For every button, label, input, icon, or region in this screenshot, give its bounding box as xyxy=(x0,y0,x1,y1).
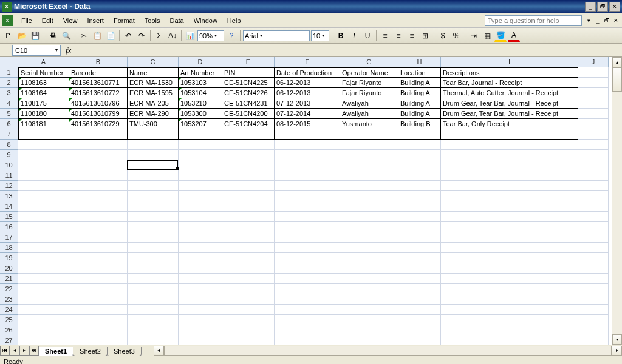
help-button[interactable]: ? xyxy=(225,30,238,42)
row-header-21[interactable]: 21 xyxy=(0,274,18,284)
cell-H18[interactable] xyxy=(398,243,441,253)
cell-E10[interactable] xyxy=(222,160,275,170)
cell-A16[interactable] xyxy=(18,222,69,232)
cell-D17[interactable] xyxy=(179,232,222,243)
cell-H24[interactable] xyxy=(398,305,441,315)
cell-G19[interactable] xyxy=(340,253,398,263)
cell-D8[interactable] xyxy=(179,140,222,150)
select-all-corner[interactable] xyxy=(0,57,18,67)
cell-H7[interactable] xyxy=(398,129,441,140)
cell-F9[interactable] xyxy=(275,150,340,160)
col-header-C[interactable]: C xyxy=(128,57,179,67)
menu-help[interactable]: Help xyxy=(222,15,246,26)
cell-A17[interactable] xyxy=(18,232,69,243)
cell-F25[interactable] xyxy=(275,315,340,325)
cell-I11[interactable] xyxy=(441,170,578,181)
cell-B1[interactable]: Barcode xyxy=(69,67,128,78)
cell-G6[interactable]: Yusmanto xyxy=(340,119,398,129)
cell-I20[interactable] xyxy=(441,263,578,274)
cell-F11[interactable] xyxy=(275,170,340,181)
cell-A12[interactable] xyxy=(18,181,69,191)
mdi-menu-arrow[interactable]: ▾ xyxy=(584,16,593,25)
row-header-1[interactable]: 1 xyxy=(0,67,18,78)
row-header-6[interactable]: 6 xyxy=(0,119,18,129)
tab-last-button[interactable]: ⏭ xyxy=(29,346,39,356)
cell-E1[interactable]: PIN xyxy=(222,67,275,78)
cell-A22[interactable] xyxy=(18,284,69,294)
col-header-H[interactable]: H xyxy=(398,57,441,67)
cell-E5[interactable]: CE-51CN4200 xyxy=(222,109,275,119)
cell-C11[interactable] xyxy=(128,170,179,181)
cell-E15[interactable] xyxy=(222,212,275,222)
cell-B16[interactable] xyxy=(69,222,128,232)
cell-A23[interactable] xyxy=(18,294,69,305)
cell-A5[interactable]: 1108180 xyxy=(18,109,69,119)
cell-A14[interactable] xyxy=(18,201,69,212)
cell-C6[interactable]: TMU-300 xyxy=(128,119,179,129)
cell-H22[interactable] xyxy=(398,284,441,294)
cell-J23[interactable] xyxy=(578,294,609,305)
cell-E2[interactable]: CE-51CN4225 xyxy=(222,78,275,88)
cell-E14[interactable] xyxy=(222,201,275,212)
cell-I4[interactable]: Drum Gear, Tear Bar, Journal - Receipt xyxy=(441,98,578,109)
cell-H5[interactable]: Building A xyxy=(398,109,441,119)
cell-J5[interactable] xyxy=(578,109,609,119)
row-header-12[interactable]: 12 xyxy=(0,181,18,191)
row-header-17[interactable]: 17 xyxy=(0,232,18,243)
cell-C26[interactable] xyxy=(128,325,179,335)
scroll-right-button[interactable]: ▸ xyxy=(612,346,622,356)
cell-D23[interactable] xyxy=(179,294,222,305)
cell-B25[interactable] xyxy=(69,315,128,325)
cell-J4[interactable] xyxy=(578,98,609,109)
cell-A26[interactable] xyxy=(18,325,69,335)
cell-H16[interactable] xyxy=(398,222,441,232)
cell-G23[interactable] xyxy=(340,294,398,305)
cell-F22[interactable] xyxy=(275,284,340,294)
cell-H21[interactable] xyxy=(398,274,441,284)
cell-H13[interactable] xyxy=(398,191,441,201)
cell-G10[interactable] xyxy=(340,160,398,170)
cell-D25[interactable] xyxy=(179,315,222,325)
cell-D12[interactable] xyxy=(179,181,222,191)
cell-I18[interactable] xyxy=(441,243,578,253)
cell-F16[interactable] xyxy=(275,222,340,232)
help-search-input[interactable] xyxy=(485,15,582,26)
cell-A8[interactable] xyxy=(18,140,69,150)
cell-H12[interactable] xyxy=(398,181,441,191)
cell-I25[interactable] xyxy=(441,315,578,325)
row-header-5[interactable]: 5 xyxy=(0,109,18,119)
cell-C15[interactable] xyxy=(128,212,179,222)
cell-G26[interactable] xyxy=(340,325,398,335)
tab-prev-button[interactable]: ◂ xyxy=(10,346,19,356)
cell-I23[interactable] xyxy=(441,294,578,305)
cell-J24[interactable] xyxy=(578,305,609,315)
cell-J19[interactable] xyxy=(578,253,609,263)
cell-A9[interactable] xyxy=(18,150,69,160)
cell-J1[interactable] xyxy=(578,67,609,78)
cell-G5[interactable]: Awaliyah xyxy=(340,109,398,119)
cell-D2[interactable]: 1053103 xyxy=(179,78,222,88)
col-header-D[interactable]: D xyxy=(179,57,222,67)
cell-F24[interactable] xyxy=(275,305,340,315)
menu-data[interactable]: Data xyxy=(165,15,188,26)
sheet-tab-sheet1[interactable]: Sheet1 xyxy=(38,347,73,356)
cell-F15[interactable] xyxy=(275,212,340,222)
cell-C1[interactable]: Name xyxy=(128,67,179,78)
cell-I5[interactable]: Drum Gear, Tear Bar, Journal - Receipt xyxy=(441,109,578,119)
cut-button[interactable]: ✂ xyxy=(78,30,90,42)
cell-I13[interactable] xyxy=(441,191,578,201)
row-header-4[interactable]: 4 xyxy=(0,98,18,109)
scroll-up-button[interactable]: ▴ xyxy=(612,57,622,67)
cell-H9[interactable] xyxy=(398,150,441,160)
cell-F14[interactable] xyxy=(275,201,340,212)
indent-button[interactable]: ⇥ xyxy=(468,30,480,42)
cell-D18[interactable] xyxy=(179,243,222,253)
cell-I3[interactable]: Thermal, Auto Cutter, Journal - Receipt xyxy=(441,88,578,98)
cell-C27[interactable] xyxy=(128,335,179,345)
row-header-16[interactable]: 16 xyxy=(0,222,18,232)
cell-F4[interactable]: 07-12-2013 xyxy=(275,98,340,109)
cell-E21[interactable] xyxy=(222,274,275,284)
tab-first-button[interactable]: ⏮ xyxy=(0,346,10,356)
cell-J21[interactable] xyxy=(578,274,609,284)
cell-F7[interactable] xyxy=(275,129,340,140)
